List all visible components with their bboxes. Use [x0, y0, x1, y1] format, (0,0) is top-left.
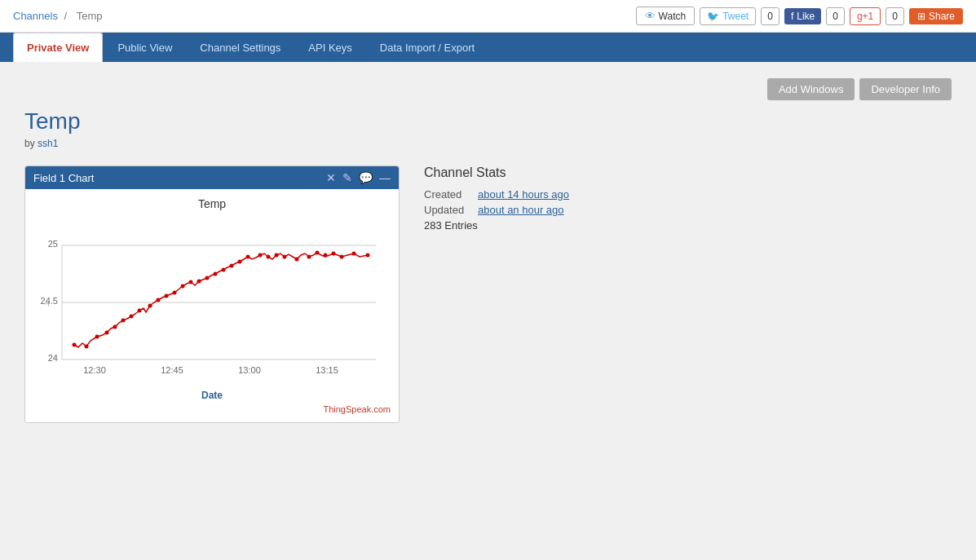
svg-point-35: [275, 254, 279, 258]
edit-icon[interactable]: ✎: [342, 171, 352, 184]
svg-point-38: [307, 255, 311, 259]
tab-public-view[interactable]: Public View: [104, 33, 185, 62]
created-label: Created: [424, 188, 473, 201]
chart-window-controls: ✕ ✎ 💬 —: [326, 171, 391, 184]
svg-point-30: [230, 264, 234, 268]
svg-point-19: [138, 309, 142, 313]
fb-count: 0: [826, 7, 845, 25]
tab-private-view[interactable]: Private View: [13, 33, 103, 62]
svg-text:12:30: 12:30: [83, 365, 106, 375]
svg-point-37: [295, 258, 299, 262]
watch-button[interactable]: 👁 Watch: [636, 7, 696, 25]
thingspeak-watermark: ThingSpeak.com: [33, 404, 391, 414]
tab-api-keys[interactable]: API Keys: [295, 33, 364, 62]
svg-text:24: 24: [48, 353, 58, 363]
gplus-button[interactable]: g+1: [850, 7, 881, 25]
svg-text:⊣: ⊣: [43, 300, 50, 308]
svg-point-17: [121, 319, 126, 323]
svg-text:13:00: 13:00: [238, 365, 261, 375]
svg-point-39: [316, 251, 320, 255]
tweet-button[interactable]: 🐦 Tweet: [700, 7, 756, 25]
svg-point-40: [324, 254, 328, 258]
svg-point-14: [95, 335, 99, 339]
tweet-count: 0: [761, 7, 779, 25]
svg-point-28: [214, 272, 218, 276]
svg-point-31: [238, 260, 242, 264]
col-right: Channel Stats Created about 14 hours ago…: [424, 165, 952, 423]
svg-point-34: [267, 255, 271, 259]
col-left: Field 1 Chart ✕ ✎ 💬 — Temp 25 24.5: [24, 165, 400, 423]
svg-point-26: [197, 280, 201, 284]
svg-point-32: [246, 255, 250, 259]
breadcrumb-current: Temp: [77, 10, 103, 22]
top-actions: 👁 Watch 🐦 Tweet 0 f Like 0 g+1 0 ⊞ Share: [636, 7, 963, 25]
comment-icon[interactable]: 💬: [359, 171, 373, 184]
svg-point-33: [258, 254, 263, 258]
stat-created-row: Created about 14 hours ago: [424, 188, 952, 201]
breadcrumb-separator: /: [64, 10, 68, 22]
chart-window-title: Field 1 Chart: [33, 172, 94, 184]
svg-point-25: [189, 280, 193, 284]
chart-body: Temp 25 24.5 24: [25, 189, 399, 422]
svg-point-12: [73, 343, 77, 347]
minimize-icon[interactable]: —: [379, 171, 391, 184]
svg-point-20: [148, 304, 152, 308]
channel-stats-heading: Channel Stats: [424, 165, 952, 180]
channel-author: by ssh1: [24, 138, 952, 149]
chart-window: Field 1 Chart ✕ ✎ 💬 — Temp 25 24.5: [24, 165, 400, 423]
svg-point-44: [366, 254, 370, 258]
updated-value[interactable]: about an hour ago: [478, 204, 564, 216]
svg-point-43: [352, 252, 356, 256]
chart-window-header: Field 1 Chart ✕ ✎ 💬 —: [25, 166, 399, 189]
share-icon: ⊞: [917, 11, 925, 22]
svg-point-41: [332, 252, 336, 256]
svg-point-36: [283, 255, 287, 259]
svg-point-16: [113, 325, 117, 329]
svg-point-15: [105, 331, 109, 335]
author-link[interactable]: ssh1: [38, 138, 58, 149]
twitter-icon: 🐦: [707, 11, 719, 22]
stat-updated-row: Updated about an hour ago: [424, 204, 952, 216]
svg-point-21: [157, 298, 161, 302]
breadcrumb-channels[interactable]: Channels: [13, 10, 58, 22]
chart-svg: 25 24.5 24 12:30 12:45: [33, 214, 384, 386]
chart-svg-container: 25 24.5 24 12:30 12:45: [33, 214, 391, 388]
svg-point-24: [181, 284, 185, 289]
updated-label: Updated: [424, 204, 473, 216]
eye-icon: 👁: [645, 10, 656, 22]
channel-title: Temp: [24, 108, 952, 134]
tab-channel-settings[interactable]: Channel Settings: [187, 33, 294, 62]
gplus-count: 0: [885, 7, 904, 25]
facebook-icon: f: [791, 11, 793, 22]
chart-inner-title: Temp: [33, 197, 391, 210]
tab-data-import-export[interactable]: Data Import / Export: [367, 33, 488, 62]
svg-point-29: [222, 268, 226, 272]
add-windows-button[interactable]: Add Windows: [767, 78, 855, 100]
svg-point-27: [205, 276, 210, 280]
channel-stats: Channel Stats Created about 14 hours ago…: [424, 165, 952, 231]
content-header: Add Windows Developer Info: [24, 78, 952, 100]
gplus-icon: g+1: [857, 11, 873, 22]
svg-text:13:15: 13:15: [316, 365, 338, 375]
svg-text:12:45: 12:45: [161, 365, 183, 375]
svg-point-42: [340, 255, 344, 259]
entries-count: 283 Entries: [424, 219, 952, 231]
top-bar: Channels / Temp 👁 Watch 🐦 Tweet 0 f Like…: [0, 0, 976, 33]
main-content: Add Windows Developer Info Temp by ssh1 …: [0, 62, 976, 518]
close-icon[interactable]: ✕: [326, 171, 336, 184]
breadcrumb: Channels / Temp: [13, 10, 106, 22]
svg-point-22: [165, 294, 169, 298]
developer-info-button[interactable]: Developer Info: [859, 78, 952, 100]
svg-point-23: [173, 291, 177, 295]
created-value[interactable]: about 14 hours ago: [478, 188, 569, 201]
nav-bar: Private View Public View Channel Setting…: [0, 33, 976, 62]
date-label: Date: [33, 390, 391, 401]
facebook-like-button[interactable]: f Like: [784, 8, 821, 24]
share-button[interactable]: ⊞ Share: [909, 8, 963, 24]
svg-point-18: [130, 315, 134, 319]
svg-text:25: 25: [48, 239, 58, 249]
two-col-layout: Field 1 Chart ✕ ✎ 💬 — Temp 25 24.5: [24, 165, 952, 423]
svg-point-13: [85, 345, 89, 349]
